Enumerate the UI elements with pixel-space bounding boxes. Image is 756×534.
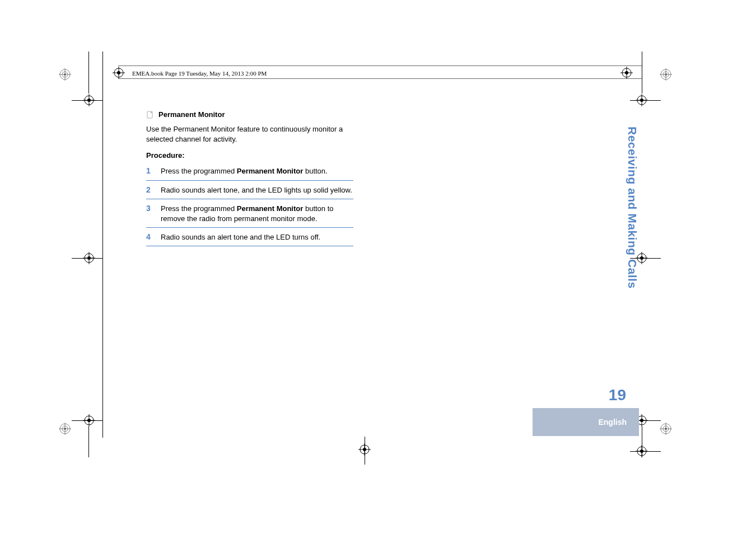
language-label: English — [598, 418, 627, 427]
registration-mark-icon — [660, 68, 672, 81]
crop-line — [88, 427, 89, 457]
crop-line — [642, 51, 642, 93]
crop-line — [642, 427, 642, 457]
step-number: 4 — [146, 232, 154, 242]
frame-left — [102, 51, 103, 438]
crop-line — [72, 420, 102, 421]
step-text: Radio sounds alert tone, and the LED lig… — [161, 185, 352, 195]
language-box: English — [533, 408, 639, 436]
step-text: Press the programmed Permanent Monitor b… — [161, 204, 353, 224]
step-number: 2 — [146, 185, 154, 195]
section-description: Use the Permanent Monitor feature to con… — [146, 124, 353, 144]
registration-mark-icon — [620, 67, 633, 79]
header-rule-bottom — [118, 78, 642, 79]
crop-line — [365, 437, 365, 465]
procedure-step: 1Press the programmed Permanent Monitor … — [146, 164, 353, 180]
page-number: 19 — [609, 386, 626, 404]
content-area: Permanent Monitor Use the Permanent Moni… — [146, 110, 353, 249]
step-text: Press the programmed Permanent Monitor b… — [161, 166, 328, 176]
crop-line — [88, 51, 89, 93]
procedure-steps: 1Press the programmed Permanent Monitor … — [146, 164, 353, 246]
chapter-tab: Receiving and Making Calls — [620, 127, 639, 294]
registration-mark-icon — [660, 423, 672, 435]
procedure-step: 4Radio sounds an alert tone and the LED … — [146, 230, 353, 246]
registration-mark-icon — [59, 423, 71, 435]
crop-line — [72, 100, 102, 101]
procedure-step: 3Press the programmed Permanent Monitor … — [146, 202, 353, 228]
procedure-label: Procedure: — [146, 151, 353, 160]
section-heading: Permanent Monitor — [146, 110, 353, 119]
procedure-step: 2Radio sounds alert tone, and the LED li… — [146, 183, 353, 199]
step-text: Radio sounds an alert tone and the LED t… — [161, 232, 320, 242]
crop-line — [630, 100, 661, 101]
document-icon — [146, 111, 154, 119]
registration-mark-icon — [59, 68, 71, 81]
crop-line — [630, 451, 661, 452]
header-rule-top — [118, 65, 642, 66]
section-title: Permanent Monitor — [158, 110, 225, 119]
step-number: 3 — [146, 204, 154, 224]
registration-mark-icon — [113, 67, 125, 79]
crop-line — [72, 258, 102, 259]
header-running-text: EMEA.book Page 19 Tuesday, May 14, 2013 … — [132, 70, 267, 77]
step-number: 1 — [146, 166, 154, 176]
